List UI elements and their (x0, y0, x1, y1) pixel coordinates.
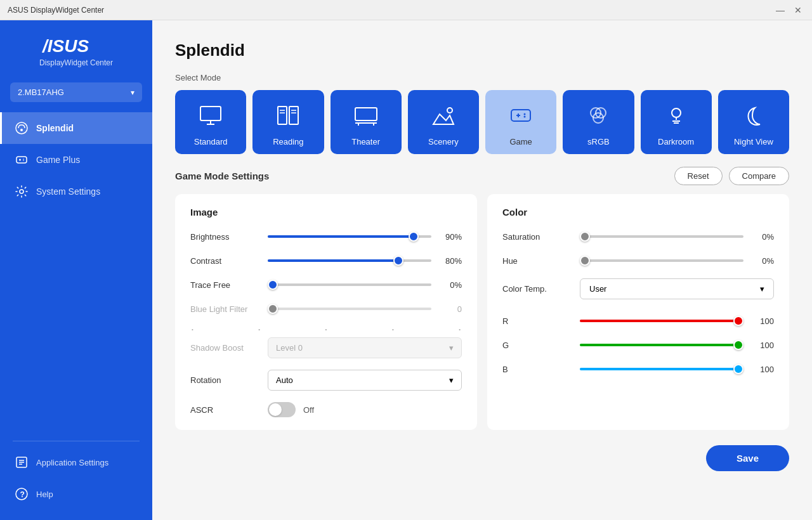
titlebar: ASUS DisplayWidget Center — ✕ (0, 0, 812, 20)
darkroom-icon (661, 100, 691, 131)
minimize-button[interactable]: — (774, 4, 787, 16)
color-temp-dropdown[interactable]: User ▾ (580, 278, 774, 299)
reading-label: Reading (273, 137, 303, 146)
image-panel-title: Image (190, 207, 462, 218)
select-mode-label: Select Mode (175, 73, 789, 82)
theater-label: Theater (351, 137, 380, 146)
trace-free-value: 0% (439, 280, 462, 290)
sidebar-item-system-settings[interactable]: System Settings (0, 176, 152, 207)
b-slider[interactable] (580, 363, 743, 375)
splendid-label: Splendid (36, 123, 74, 133)
saturation-row: Saturation 0% (502, 230, 774, 243)
device-chevron: ▾ (131, 88, 134, 97)
svg-point-1 (16, 122, 27, 134)
darkroom-label: Darkroom (658, 137, 694, 146)
mode-card-scenery[interactable]: Scenery (408, 90, 479, 154)
main-content: Splendid Select Mode Standard (152, 20, 812, 520)
blue-light-value: 0 (439, 304, 462, 314)
system-settings-icon (15, 185, 29, 198)
srgb-icon (583, 100, 613, 131)
hue-label: Hue (502, 256, 572, 266)
gameplus-label: Game Plus (36, 155, 80, 165)
device-name: 2.MB17AHG (18, 88, 64, 97)
sidebar-item-app-settings[interactable]: Application Settings (0, 446, 152, 478)
contrast-value: 80% (439, 256, 462, 266)
g-value: 100 (751, 341, 774, 350)
mode-card-standard[interactable]: Standard (175, 90, 246, 154)
sidebar-item-gameplus[interactable]: Game Plus (0, 144, 152, 176)
color-panel: Color Saturation 0% (487, 194, 789, 430)
contrast-slider[interactable] (268, 254, 431, 267)
b-value: 100 (751, 365, 774, 374)
mode-card-theater[interactable]: Theater (331, 90, 402, 154)
svg-rect-30 (511, 110, 530, 121)
g-slider[interactable] (580, 339, 743, 351)
app-settings-icon (15, 455, 29, 469)
blue-light-label: Blue Light Filter (190, 304, 260, 314)
svg-point-33 (524, 114, 526, 115)
svg-point-34 (524, 116, 526, 118)
compare-button[interactable]: Compare (729, 167, 789, 185)
rotation-chevron: ▾ (449, 375, 454, 385)
hue-row: Hue 0% (502, 254, 774, 267)
saturation-value: 0% (751, 232, 774, 242)
r-label: R (502, 316, 572, 326)
g-label: G (502, 341, 572, 350)
mode-card-night-view[interactable]: Night View (718, 90, 789, 154)
svg-point-8 (20, 190, 23, 193)
sidebar-item-splendid[interactable]: Splendid (0, 112, 152, 144)
close-button[interactable]: ✕ (792, 4, 804, 16)
sidebar-divider (13, 441, 140, 441)
app-title: ASUS DisplayWidget Center (8, 6, 774, 15)
help-label: Help (36, 490, 53, 499)
svg-text:?: ? (20, 490, 25, 499)
reset-button[interactable]: Reset (674, 167, 723, 185)
help-icon: ? (15, 487, 29, 501)
hue-value: 0% (751, 256, 774, 266)
settings-actions: Reset Compare (674, 167, 789, 185)
svg-point-2 (20, 129, 23, 131)
settings-header: Game Mode Settings Reset Compare (175, 167, 789, 185)
standard-label: Standard (194, 137, 228, 146)
ascr-toggle-text: Off (303, 405, 314, 415)
color-panel-title: Color (502, 207, 774, 218)
sidebar-bottom: Application Settings ? Help (0, 446, 152, 520)
brightness-slider[interactable] (268, 230, 431, 243)
reading-icon (273, 100, 303, 131)
mode-card-game[interactable]: Game (485, 90, 556, 154)
trace-free-slider[interactable] (268, 278, 431, 291)
blue-light-slider (268, 302, 431, 315)
mode-card-reading[interactable]: Reading (252, 90, 324, 154)
svg-point-7 (23, 160, 24, 161)
shadow-boost-label: Shadow Boost (190, 343, 260, 353)
rotation-dropdown[interactable]: Auto ▾ (268, 370, 462, 391)
svg-text:/ISUS: /ISUS (41, 36, 89, 56)
page-title: Splendid (175, 41, 789, 60)
sidebar-item-help[interactable]: ? Help (0, 478, 152, 510)
game-icon (506, 100, 536, 131)
svg-point-6 (23, 159, 24, 160)
color-temp-chevron: ▾ (760, 284, 764, 294)
asus-logo: /ISUS (41, 36, 111, 56)
contrast-row: Contrast 80% (190, 254, 462, 267)
mode-card-darkroom[interactable]: Darkroom (641, 90, 712, 154)
game-mode-settings-section: Game Mode Settings Reset Compare Image B… (175, 167, 789, 430)
svg-point-29 (447, 108, 452, 113)
mode-card-srgb[interactable]: sRGB (563, 90, 634, 154)
hue-slider[interactable] (580, 254, 743, 267)
ascr-toggle[interactable] (268, 402, 296, 417)
ascr-row: ASCR Off (190, 402, 462, 417)
app-settings-label: Application Settings (36, 458, 108, 467)
blue-light-ticks: ••••• (190, 327, 462, 332)
r-slider[interactable] (580, 315, 743, 327)
scenery-icon (428, 100, 459, 131)
saturation-slider[interactable] (580, 230, 743, 243)
save-bar: Save (175, 443, 789, 471)
save-button[interactable]: Save (706, 445, 789, 471)
image-panel: Image Brightness 90% (175, 194, 477, 430)
sidebar-logo: /ISUS DisplayWidget Center (0, 20, 152, 77)
ascr-label: ASCR (190, 405, 260, 415)
blue-light-row: Blue Light Filter 0 (190, 302, 462, 315)
device-selector[interactable]: 2.MB17AHG ▾ (10, 82, 142, 102)
app-body: /ISUS DisplayWidget Center 2.MB17AHG ▾ S… (0, 20, 812, 520)
